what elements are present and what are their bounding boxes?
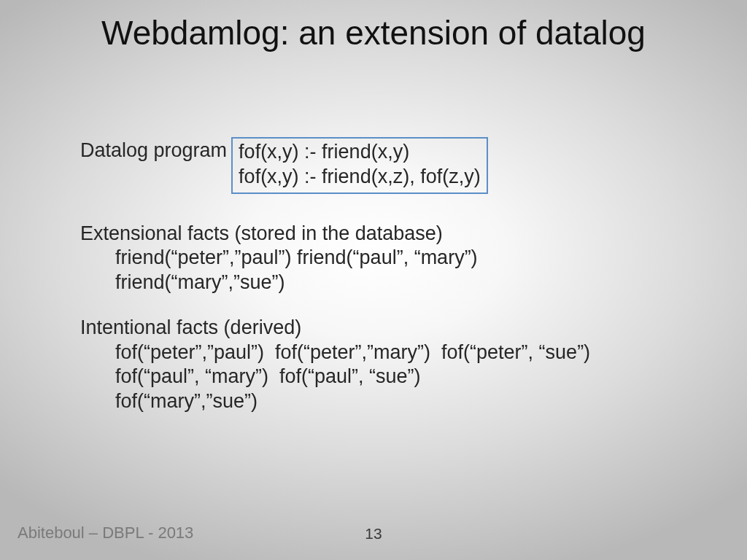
slide-body: Datalog program fof(x,y) :- friend(x,y) …: [80, 137, 703, 414]
slide: Webdamlog: an extension of datalog Datal…: [0, 0, 747, 560]
rule-2: fof(x,y) :- friend(x,z), fof(z,y): [239, 166, 481, 187]
int-line-3: fof(“mary”,”sue”): [115, 390, 258, 412]
extensional-heading: Extensional facts (stored in the databas…: [80, 222, 703, 246]
extensional-section: Extensional facts (stored in the databas…: [80, 222, 703, 295]
intentional-section: Intentional facts (derived) fof(“peter”,…: [80, 316, 703, 414]
int-line-2: fof(“paul”, “mary”) fof(“paul”, “sue”): [115, 365, 421, 387]
ext-line-2: friend(“mary”,”sue”): [115, 271, 285, 293]
int-line-1: fof(“peter”,”paul”) fof(“peter”,”mary”) …: [115, 341, 590, 363]
program-box: fof(x,y) :- friend(x,y) fof(x,y) :- frie…: [231, 137, 488, 194]
program-label: Datalog program: [80, 137, 227, 163]
page-number: 13: [0, 525, 747, 542]
intentional-heading: Intentional facts (derived): [80, 316, 703, 341]
ext-line-1: friend(“peter”,”paul”) friend(“paul”, “m…: [115, 246, 478, 268]
datalog-program-row: Datalog program fof(x,y) :- friend(x,y) …: [80, 137, 703, 194]
slide-title: Webdamlog: an extension of datalog: [0, 13, 747, 52]
rule-1: fof(x,y) :- friend(x,y): [239, 141, 409, 163]
extensional-facts: friend(“peter”,”paul”) friend(“paul”, “m…: [80, 246, 703, 295]
intentional-facts: fof(“peter”,”paul”) fof(“peter”,”mary”) …: [80, 341, 703, 414]
